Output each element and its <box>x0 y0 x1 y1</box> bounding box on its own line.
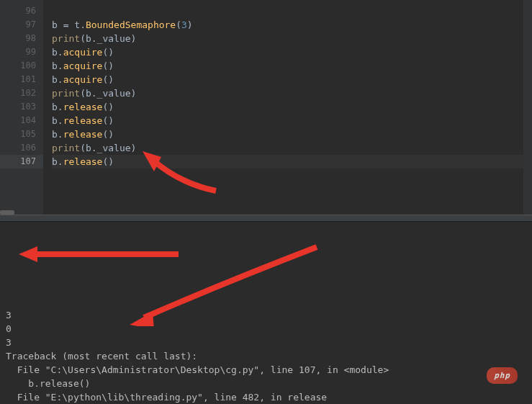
code-line[interactable]: b.acquire() <box>52 73 532 86</box>
code-token: b <box>52 115 58 126</box>
code-token: . <box>58 102 63 112</box>
code-token: print <box>52 143 80 153</box>
code-token: . <box>58 74 63 85</box>
code-token: b <box>52 19 63 30</box>
code-editor-panel[interactable]: 96979899100101102103104105106107 b = t.B… <box>0 0 532 215</box>
code-token: release <box>63 156 103 167</box>
line-number: 99 <box>0 45 43 59</box>
code-token: = <box>63 19 75 30</box>
code-token: . <box>58 115 63 126</box>
code-token: () <box>102 74 114 85</box>
code-line[interactable]: b.release() <box>52 114 532 127</box>
line-number: 98 <box>0 32 43 45</box>
code-line[interactable]: print(b._value) <box>52 32 532 45</box>
php-watermark-badge: php <box>487 367 518 384</box>
code-token: () <box>102 102 114 112</box>
minimap-indicator[interactable] <box>0 210 14 215</box>
code-token: b <box>52 74 58 85</box>
output-line: b.release() <box>6 377 526 390</box>
code-token: (b._value) <box>80 143 136 153</box>
code-line[interactable] <box>52 4 532 18</box>
output-panel[interactable]: 303Traceback (most recent call last): Fi… <box>0 222 532 404</box>
line-number: 105 <box>0 127 43 141</box>
output-line: 3 <box>6 308 526 322</box>
code-token: acquire <box>63 47 103 58</box>
code-token: . <box>58 60 63 71</box>
output-line: File "C:\Users\Administrator\Desktop\cg.… <box>6 363 526 377</box>
line-number: 106 <box>0 141 43 155</box>
code-line[interactable]: b.release() <box>52 155 532 169</box>
code-token: () <box>102 115 114 126</box>
code-token: ) <box>187 19 193 30</box>
code-line[interactable]: b.acquire() <box>52 59 532 73</box>
line-number: 96 <box>0 4 43 18</box>
line-number: 102 <box>0 86 43 100</box>
code-token: (b._value) <box>80 88 136 99</box>
code-token: b <box>52 60 58 71</box>
code-token: . <box>58 129 63 140</box>
code-token: b <box>52 129 58 140</box>
code-line[interactable]: b.release() <box>52 127 532 141</box>
line-number-gutter: 96979899100101102103104105106107 <box>0 0 43 215</box>
code-token: b <box>52 102 58 112</box>
code-token: acquire <box>63 74 103 85</box>
code-token: . <box>58 47 63 58</box>
code-token: b <box>52 156 58 167</box>
annotation-arrow-2 <box>13 243 186 265</box>
code-token: . <box>80 19 86 30</box>
line-number: 104 <box>0 114 43 127</box>
code-token: () <box>102 156 114 167</box>
output-line: File "E:\python\lib\threading.py", line … <box>6 390 526 404</box>
code-token: . <box>58 156 63 167</box>
code-token: release <box>63 102 103 112</box>
code-token: release <box>63 129 103 140</box>
line-number: 103 <box>0 100 43 114</box>
panel-divider[interactable] <box>0 215 532 222</box>
output-line: Traceback (most recent call last): <box>6 349 526 363</box>
code-line[interactable]: print(b._value) <box>52 141 532 155</box>
output-line: 0 <box>6 322 526 336</box>
code-line[interactable]: b.acquire() <box>52 45 532 59</box>
line-number: 100 <box>0 59 43 73</box>
code-token: print <box>52 88 80 99</box>
code-token: ( <box>176 19 181 30</box>
output-line: 3 <box>6 336 526 349</box>
code-token: 3 <box>181 19 187 30</box>
code-token: () <box>102 129 114 140</box>
line-number: 97 <box>0 18 43 32</box>
line-number: 101 <box>0 73 43 86</box>
code-token: t <box>74 19 80 30</box>
code-line[interactable]: b.release() <box>52 100 532 114</box>
code-token: acquire <box>63 60 103 71</box>
code-token: BoundedSemaphore <box>86 19 176 30</box>
code-token: () <box>102 60 114 71</box>
code-token: b <box>52 47 58 58</box>
code-line[interactable]: print(b._value) <box>52 86 532 100</box>
svg-marker-1 <box>19 246 37 262</box>
code-line[interactable]: b = t.BoundedSemaphore(3) <box>52 18 532 32</box>
line-number: 107 <box>0 155 43 169</box>
code-token: print <box>52 33 80 44</box>
code-token: () <box>102 47 114 58</box>
code-area[interactable]: b = t.BoundedSemaphore(3)print(b._value)… <box>43 0 532 215</box>
code-token: (b._value) <box>80 33 136 44</box>
editor-scrollbar[interactable] <box>523 0 532 215</box>
code-token: release <box>63 115 103 126</box>
